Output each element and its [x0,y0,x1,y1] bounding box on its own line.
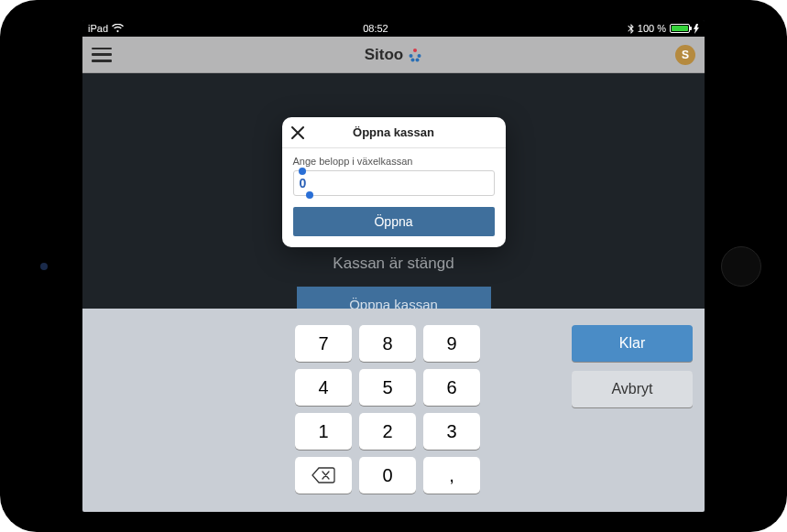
done-button[interactable]: Klar [572,325,693,362]
wifi-icon [112,24,124,33]
open-button[interactable]: Öppna [293,207,495,236]
cancel-button[interactable]: Avbryt [572,371,693,407]
device-camera [40,263,48,270]
svg-point-0 [413,49,417,52]
key-comma[interactable]: , [423,457,480,494]
user-avatar[interactable]: S [675,45,695,65]
main-area: Kassan är stängd Öppna kassan Öppna kass… [82,73,705,512]
open-register-modal: Öppna kassan Ange belopp i växelkassan Ö… [282,117,506,247]
app-topbar: Sitoo S [82,37,705,73]
key-0[interactable]: 0 [359,457,416,494]
close-icon[interactable] [290,125,306,141]
key-7[interactable]: 7 [295,325,352,362]
menu-button[interactable] [92,48,112,62]
keypad-grid: 7 8 9 4 5 6 1 2 3 0 , [295,325,480,494]
register-closed-message: Kassan är stängd [82,255,705,273]
brand-logo: Sitoo [365,46,423,64]
key-6[interactable]: 6 [423,369,480,406]
avatar-letter: S [682,49,689,61]
modal-header: Öppna kassan [282,117,506,148]
key-4[interactable]: 4 [295,369,352,406]
svg-point-1 [410,54,413,58]
ios-status-bar: iPad 08:52 100 % [82,20,705,37]
key-5[interactable]: 5 [359,369,416,406]
key-1[interactable]: 1 [295,413,352,450]
key-backspace[interactable] [295,457,352,494]
charging-icon [694,24,699,34]
backspace-icon [312,467,335,483]
key-9[interactable]: 9 [423,325,480,362]
numeric-keyboard: 7 8 9 4 5 6 1 2 3 0 , Klar [82,309,705,512]
device-label: iPad [88,23,108,34]
modal-title: Öppna kassan [353,125,434,139]
screen: iPad 08:52 100 % Sitoo [82,20,705,512]
svg-point-4 [416,58,420,61]
amount-label: Ange belopp i växelkassan [293,156,495,167]
brand-mark-icon [408,48,422,62]
key-8[interactable]: 8 [359,325,416,362]
svg-point-2 [418,54,421,58]
amount-input[interactable] [293,170,495,196]
bluetooth-icon [628,24,634,34]
selection-handle-icon[interactable] [306,191,313,199]
selection-handle-icon[interactable] [299,168,306,175]
home-button[interactable] [721,246,761,287]
battery-icon [670,24,690,33]
clock: 08:52 [363,23,388,34]
battery-percent: 100 % [638,23,666,34]
key-3[interactable]: 3 [423,413,480,450]
key-2[interactable]: 2 [359,413,416,450]
svg-point-3 [411,58,415,61]
brand-text: Sitoo [365,46,404,64]
ipad-frame: iPad 08:52 100 % Sitoo [0,0,787,532]
